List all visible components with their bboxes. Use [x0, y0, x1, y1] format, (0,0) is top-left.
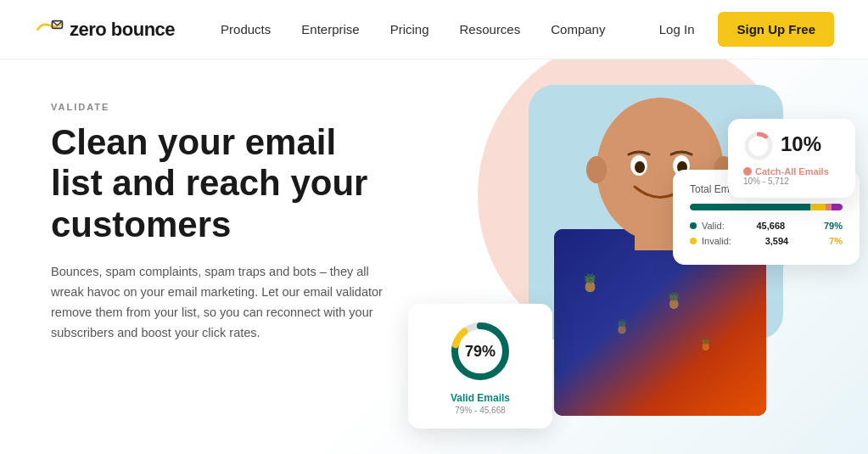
dot-valid: [690, 222, 697, 229]
mini-stat-card: 10% Catch-All Emails 10% - 5,712: [728, 119, 855, 198]
svg-text:🍍: 🍍: [613, 318, 630, 334]
stat-invalid-pct: 7%: [829, 236, 843, 246]
mini-donut-icon: [743, 131, 774, 161]
svg-text:🍍: 🍍: [664, 291, 684, 310]
validate-label: VALIDATE: [51, 102, 383, 112]
segment-invalid: [826, 204, 832, 210]
donut-card: 79% Valid Emails 79% - 45,668: [408, 304, 552, 429]
nav-enterprise[interactable]: Enterprise: [289, 15, 371, 43]
hero-description: Bounces, spam complaints, spam traps and…: [51, 262, 383, 344]
donut-sublabel: 79% - 45,668: [425, 406, 535, 415]
donut-percent: 79%: [465, 343, 496, 361]
hero-right: 🍍 🍍 🍍 🍍 10% Catch-All Emails 1: [417, 59, 868, 454]
stat-invalid: Invalid: 3,594 7%: [690, 236, 843, 246]
segment-other: [832, 204, 843, 210]
mini-sublabel: 10% - 5,712: [743, 177, 840, 186]
donut-label: Valid Emails: [425, 392, 535, 404]
hero-title: Clean your email list and reach your cus…: [51, 122, 383, 245]
hero-left: VALIDATE Clean your email list and reach…: [0, 59, 417, 454]
svg-text:🍍: 🍍: [698, 337, 714, 351]
svg-point-7: [635, 161, 645, 173]
header: zero bounce Products Enterprise Pricing …: [0, 0, 868, 59]
donut-chart: 79%: [446, 317, 514, 385]
progress-bar: [690, 204, 843, 210]
dot-invalid: [690, 238, 697, 244]
nav-resources[interactable]: Resources: [448, 15, 533, 43]
mini-percent: 10%: [781, 132, 821, 156]
segment-valid: [690, 204, 810, 210]
mini-dot: [743, 167, 752, 176]
stat-valid-count: 45,668: [756, 221, 785, 231]
logo-text: zero bounce: [70, 19, 175, 41]
hero-section: VALIDATE Clean your email list and reach…: [0, 59, 868, 454]
logo[interactable]: zero bounce: [34, 19, 175, 41]
main-nav: Products Enterprise Pricing Resources Co…: [209, 15, 649, 43]
nav-products[interactable]: Products: [209, 15, 283, 43]
stat-invalid-count: 3,594: [765, 236, 789, 246]
login-button[interactable]: Log In: [649, 15, 705, 43]
header-actions: Log In Sign Up Free: [649, 12, 834, 47]
stat-valid: Valid: 45,668 79%: [690, 221, 843, 231]
segment-catchall: [810, 204, 826, 210]
logo-icon: [34, 20, 64, 40]
stat-invalid-label: Invalid:: [702, 236, 731, 246]
svg-text:🍍: 🍍: [580, 272, 601, 293]
stat-valid-label: Valid:: [702, 221, 725, 231]
nav-pricing[interactable]: Pricing: [378, 15, 441, 43]
stat-valid-pct: 79%: [824, 221, 843, 231]
nav-company[interactable]: Company: [539, 15, 617, 43]
signup-button[interactable]: Sign Up Free: [718, 12, 834, 47]
svg-point-9: [586, 156, 607, 183]
mini-label: Catch-All Emails: [755, 166, 829, 177]
